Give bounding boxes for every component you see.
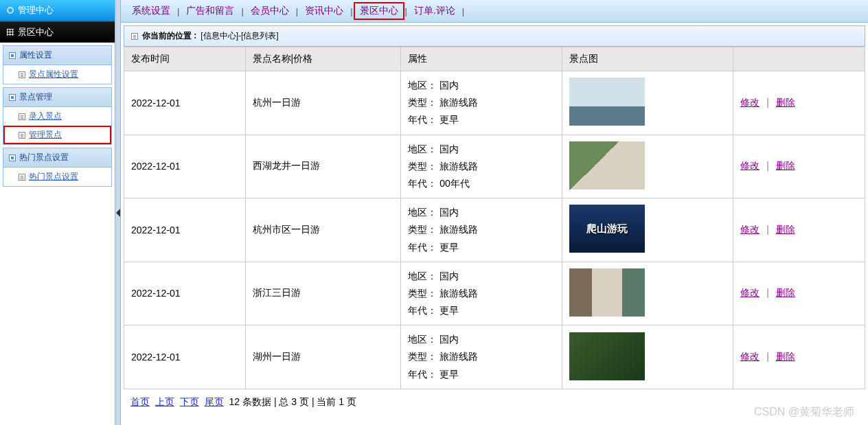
thumbnail-image xyxy=(569,332,645,380)
cell-date: 2022-12-01 xyxy=(124,325,246,389)
thumbnail-image xyxy=(569,141,645,189)
menu-item[interactable]: 景点属性设置 xyxy=(3,65,111,84)
action-separator: | xyxy=(766,160,769,171)
delete-link[interactable]: 删除 xyxy=(776,160,795,171)
cell-date: 2022-12-01 xyxy=(124,198,246,262)
sidebar: 管理中心 景区中心 属性设置景点属性设置景点管理录入景点管理景点热门景点设置热门… xyxy=(0,0,115,425)
action-separator: | xyxy=(766,97,769,108)
menu-item[interactable]: 热门景点设置 xyxy=(3,168,111,186)
cell-name: 浙江三日游 xyxy=(245,262,401,325)
sidebar-section[interactable]: 景区中心 xyxy=(0,21,115,43)
pager-first[interactable]: 首页 xyxy=(130,396,150,407)
doc-icon xyxy=(19,113,25,120)
menu-group-label: 景点管理 xyxy=(19,91,52,103)
breadcrumb: 你当前的位置 : [信息中心]-[信息列表] xyxy=(124,25,865,47)
cell-attrs: 地区： 国内类型： 旅游线路年代： 00年代 xyxy=(401,135,562,198)
doc-icon xyxy=(19,132,25,139)
cell-date: 2022-12-01 xyxy=(124,71,246,135)
menu-item-link[interactable]: 录入景点 xyxy=(29,111,62,122)
cell-attrs: 地区： 国内类型： 旅游线路年代： 更早 xyxy=(401,262,562,325)
pager-last[interactable]: 尾页 xyxy=(205,396,224,407)
nav-separator: | xyxy=(405,6,407,16)
table-row: 2022-12-01湖州一日游地区： 国内类型： 旅游线路年代： 更早修改|删除 xyxy=(124,325,865,389)
breadcrumb-prefix: 你当前的位置 : xyxy=(142,30,196,42)
menu-group-label: 热门景点设置 xyxy=(19,152,69,163)
top-nav: 系统设置|广告和留言|会员中心|资讯中心|景区中心|订单.评论| xyxy=(121,0,868,23)
action-separator: | xyxy=(766,224,769,235)
table-header xyxy=(733,47,865,71)
cell-date: 2022-12-01 xyxy=(124,262,246,325)
pager-summary: 12 条数据 | 总 3 页 | 当前 1 页 xyxy=(229,396,356,407)
data-table: 发布时间景点名称|价格属性景点图 2022-12-01杭州一日游地区： 国内类型… xyxy=(124,47,865,389)
edit-link[interactable]: 修改 xyxy=(740,287,760,298)
chevron-left-icon xyxy=(116,209,120,217)
nav-link[interactable]: 系统设置 xyxy=(126,3,176,19)
nav-link[interactable]: 资讯中心 xyxy=(299,3,349,19)
menu-group-title[interactable]: 热门景点设置 xyxy=(3,148,111,168)
cell-actions: 修改|删除 xyxy=(733,71,865,135)
table-header: 景点图 xyxy=(562,47,733,71)
action-separator: | xyxy=(766,351,769,362)
cell-actions: 修改|删除 xyxy=(733,325,865,389)
thumbnail-image xyxy=(569,78,645,126)
doc-icon xyxy=(19,174,25,181)
cell-attrs: 地区： 国内类型： 旅游线路年代： 更早 xyxy=(401,71,562,135)
square-icon xyxy=(9,52,16,59)
delete-link[interactable]: 删除 xyxy=(776,287,795,298)
edit-link[interactable]: 修改 xyxy=(740,351,760,362)
menu-group-title[interactable]: 属性设置 xyxy=(3,46,111,65)
cell-actions: 修改|删除 xyxy=(733,198,865,262)
pager-prev[interactable]: 上页 xyxy=(155,396,174,407)
content: 发布时间景点名称|价格属性景点图 2022-12-01杭州一日游地区： 国内类型… xyxy=(121,47,868,425)
cell-name: 湖州一日游 xyxy=(245,325,401,389)
pager-next[interactable]: 下页 xyxy=(180,396,199,407)
menu-group-label: 属性设置 xyxy=(19,49,52,61)
square-icon xyxy=(9,94,16,101)
doc-icon xyxy=(131,33,138,40)
action-separator: | xyxy=(766,287,769,298)
menu-group: 属性设置景点属性设置 xyxy=(3,45,112,84)
sidebar-header: 管理中心 xyxy=(0,0,115,21)
sidebar-header-label: 管理中心 xyxy=(18,4,54,16)
edit-link[interactable]: 修改 xyxy=(740,224,760,235)
thumbnail-image xyxy=(569,268,645,317)
menu-group-title[interactable]: 景点管理 xyxy=(3,88,111,107)
cell-name: 杭州市区一日游 xyxy=(245,198,401,262)
nav-link[interactable]: 会员中心 xyxy=(245,3,295,19)
cell-thumb xyxy=(562,198,733,262)
cell-attrs: 地区： 国内类型： 旅游线路年代： 更早 xyxy=(401,198,562,262)
pager: 首页 上页 下页 尾页 12 条数据 | 总 3 页 | 当前 1 页 xyxy=(124,389,865,415)
table-header: 景点名称|价格 xyxy=(245,47,401,71)
menu-group: 热门景点设置热门景点设置 xyxy=(3,148,112,187)
sidebar-resize-handle[interactable] xyxy=(115,0,121,425)
menu-item[interactable]: 管理景点 xyxy=(3,126,111,144)
table-row: 2022-12-01西湖龙井一日游地区： 国内类型： 旅游线路年代： 00年代修… xyxy=(124,135,865,198)
nav-link[interactable]: 订单.评论 xyxy=(409,3,461,19)
nav-separator: | xyxy=(296,6,298,16)
table-row: 2022-12-01杭州市区一日游地区： 国内类型： 旅游线路年代： 更早修改|… xyxy=(124,198,865,262)
cell-attrs: 地区： 国内类型： 旅游线路年代： 更早 xyxy=(401,325,562,389)
delete-link[interactable]: 删除 xyxy=(776,97,795,108)
grid-icon xyxy=(7,29,14,36)
table-header: 发布时间 xyxy=(124,47,246,71)
breadcrumb-path: [信息中心]-[信息列表] xyxy=(201,30,278,42)
menu-item-link[interactable]: 管理景点 xyxy=(29,129,62,141)
menu-group: 景点管理录入景点管理景点 xyxy=(3,87,112,145)
nav-separator: | xyxy=(241,6,243,16)
menu-item-link[interactable]: 景点属性设置 xyxy=(29,69,78,80)
cell-date: 2022-12-01 xyxy=(124,135,246,198)
cell-name: 西湖龙井一日游 xyxy=(245,135,401,198)
delete-link[interactable]: 删除 xyxy=(776,351,795,362)
menu-item-link[interactable]: 热门景点设置 xyxy=(29,171,78,183)
nav-link[interactable]: 景区中心 xyxy=(354,3,404,19)
edit-link[interactable]: 修改 xyxy=(740,160,760,171)
menu-item[interactable]: 录入景点 xyxy=(3,107,111,126)
sidebar-section-label: 景区中心 xyxy=(18,26,54,38)
nav-link[interactable]: 广告和留言 xyxy=(181,3,240,19)
edit-link[interactable]: 修改 xyxy=(740,97,760,108)
nav-separator: | xyxy=(350,6,352,16)
cell-actions: 修改|删除 xyxy=(733,262,865,325)
cell-thumb xyxy=(562,262,733,325)
delete-link[interactable]: 删除 xyxy=(776,224,795,235)
main-area: 系统设置|广告和留言|会员中心|资讯中心|景区中心|订单.评论| 你当前的位置 … xyxy=(121,0,868,425)
